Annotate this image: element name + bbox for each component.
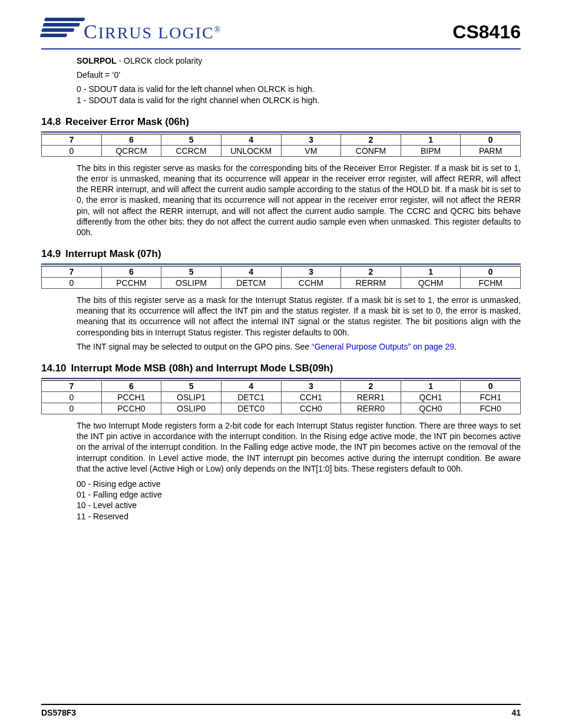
bit-cell: OSLIP1 xyxy=(161,392,222,403)
brand-text: CIRRUS LOGIC® xyxy=(84,21,222,43)
bit-header: 3 xyxy=(281,134,341,145)
bit-header: 0 xyxy=(461,266,521,278)
paragraph: The two Interrupt Mode registers form a … xyxy=(77,420,521,474)
bit-cell: QCH0 xyxy=(401,403,461,414)
bit-header: 7 xyxy=(42,381,102,392)
section-rule xyxy=(41,263,521,265)
bit-header: 0 xyxy=(461,381,521,392)
intro-block: SOLRPOL - OLRCK clock polarity Default =… xyxy=(77,55,521,106)
bit-cell: QCH1 xyxy=(401,392,461,403)
bit-header: 4 xyxy=(221,381,281,392)
bit-cell: BIPM xyxy=(401,145,461,156)
section-rule xyxy=(41,131,521,133)
val-0-line: 0 - SDOUT data is valid for the left cha… xyxy=(77,84,521,94)
section-rule xyxy=(41,378,521,379)
section-title: Receiver Error Mask (06h) xyxy=(65,116,189,128)
section-14-10-body: The two Interrupt Mode registers form a … xyxy=(77,420,521,522)
section-14-9-heading: 14.9 Interrupt Mask (07h) xyxy=(41,248,521,260)
bit-header: 3 xyxy=(281,266,341,278)
section-number: 14.10 xyxy=(41,363,67,374)
paragraph: The bits in this register serve as masks… xyxy=(77,163,521,238)
bit-header: 2 xyxy=(341,381,401,392)
bit-cell: CONFM xyxy=(341,145,401,156)
bit-cell: OSLIPM xyxy=(161,278,222,289)
paragraph: The bits of this register serve as a mas… xyxy=(77,295,521,338)
page-root: CIRRUS LOGIC® CS8416 SOLRPOL - OLRCK clo… xyxy=(0,0,562,728)
bit-cell: QCHM xyxy=(401,278,461,289)
text: . xyxy=(454,342,457,351)
bit-cell: OSLIP0 xyxy=(161,403,222,414)
bit-cell: RERRM xyxy=(341,278,401,289)
section-14-10-heading: 14.10 Interrupt Mode MSB (08h) and Inter… xyxy=(41,363,521,374)
bit-cell: CCH0 xyxy=(281,403,341,414)
bit-cell: CCH1 xyxy=(281,392,341,403)
section-title: Interrupt Mask (07h) xyxy=(65,248,161,260)
field-def: SOLRPOL - OLRCK clock polarity xyxy=(77,55,521,66)
bit-header: 7 xyxy=(42,134,102,145)
section-number: 14.9 xyxy=(41,248,61,260)
cross-ref-link[interactable]: “General Purpose Outputs” on page 29 xyxy=(312,342,454,351)
bit-cell: QCRCM xyxy=(101,145,161,156)
bit-cell: RERR1 xyxy=(341,392,401,403)
page-footer: DS578F3 41 xyxy=(41,704,521,717)
bit-header: 7 xyxy=(42,266,102,278)
logo-swoosh-icon xyxy=(38,18,85,46)
bit-header: 5 xyxy=(161,381,222,392)
bit-header: 2 xyxy=(341,266,401,278)
bit-cell: PCCH0 xyxy=(101,403,161,414)
header-rule xyxy=(41,48,521,50)
part-number: CS8416 xyxy=(452,21,521,43)
bit-header: 6 xyxy=(101,381,161,392)
bit-header: 2 xyxy=(341,134,401,145)
bit-cell: UNLOCKM xyxy=(221,145,281,156)
bit-cell: PCCHM xyxy=(101,278,161,289)
footer-doc-id: DS578F3 xyxy=(41,708,76,717)
bit-header: 1 xyxy=(401,266,461,278)
bit-header: 3 xyxy=(281,381,341,392)
bit-cell: FCHM xyxy=(461,278,521,289)
bit-header: 5 xyxy=(161,134,222,145)
bit-cell: CCHM xyxy=(281,278,341,289)
code-line: 10 - Level active xyxy=(77,500,521,510)
section-title: Interrupt Mode MSB (08h) and Interrupt M… xyxy=(71,363,333,374)
bit-header: 1 xyxy=(401,381,461,392)
bit-cell: PCCH1 xyxy=(101,392,161,403)
bit-cell: FCH0 xyxy=(461,403,521,414)
register-table-08h-09h: 7 6 5 4 3 2 1 0 0 PCCH1 OSLIP1 DETC1 CCH… xyxy=(41,380,521,414)
bit-header: 0 xyxy=(461,134,521,145)
bit-cell: 0 xyxy=(42,392,102,403)
section-number: 14.8 xyxy=(41,116,61,128)
section-14-8-heading: 14.8 Receiver Error Mask (06h) xyxy=(41,116,521,128)
bit-cell: 0 xyxy=(42,403,102,414)
paragraph-with-link: The INT signal may be selected to output… xyxy=(77,341,521,352)
bit-cell: DETC0 xyxy=(221,403,281,414)
register-table-06h: 7 6 5 4 3 2 1 0 0 QCRCM CCRCM UNLOCKM VM… xyxy=(41,134,521,157)
bit-header: 6 xyxy=(101,266,161,278)
bit-header: 6 xyxy=(101,134,161,145)
footer-page-number: 41 xyxy=(511,708,521,717)
page-header: CIRRUS LOGIC® CS8416 xyxy=(41,18,521,46)
section-14-9-body: The bits of this register serve as a mas… xyxy=(77,295,521,352)
code-line: 01 - Falling edge active xyxy=(77,489,521,500)
brand-logo: CIRRUS LOGIC® xyxy=(41,18,222,46)
bit-header: 5 xyxy=(161,266,222,278)
bit-cell: DETC1 xyxy=(221,392,281,403)
bit-header: 4 xyxy=(221,134,281,145)
val-1-line: 1 - SDOUT data is valid for the right ch… xyxy=(77,95,521,106)
code-line: 00 - Rising edge active xyxy=(77,479,521,489)
section-14-8-body: The bits in this register serve as masks… xyxy=(77,163,521,238)
bit-cell: DETCM xyxy=(221,278,281,289)
register-table-07h: 7 6 5 4 3 2 1 0 0 PCCHM OSLIPM DETCM CCH… xyxy=(41,266,521,289)
bit-cell: 0 xyxy=(42,278,102,289)
bit-cell: RERR0 xyxy=(341,403,401,414)
bit-cell: PARM xyxy=(461,145,521,156)
bit-cell: 0 xyxy=(42,145,102,156)
text: The INT signal may be selected to output… xyxy=(77,342,312,351)
bit-cell: VM xyxy=(281,145,341,156)
bit-header: 1 xyxy=(401,134,461,145)
bit-header: 4 xyxy=(221,266,281,278)
code-line: 11 - Reserved xyxy=(77,511,521,522)
bit-cell: CCRCM xyxy=(161,145,222,156)
default-line: Default = ‘0’ xyxy=(77,70,521,80)
bit-cell: FCH1 xyxy=(461,392,521,403)
